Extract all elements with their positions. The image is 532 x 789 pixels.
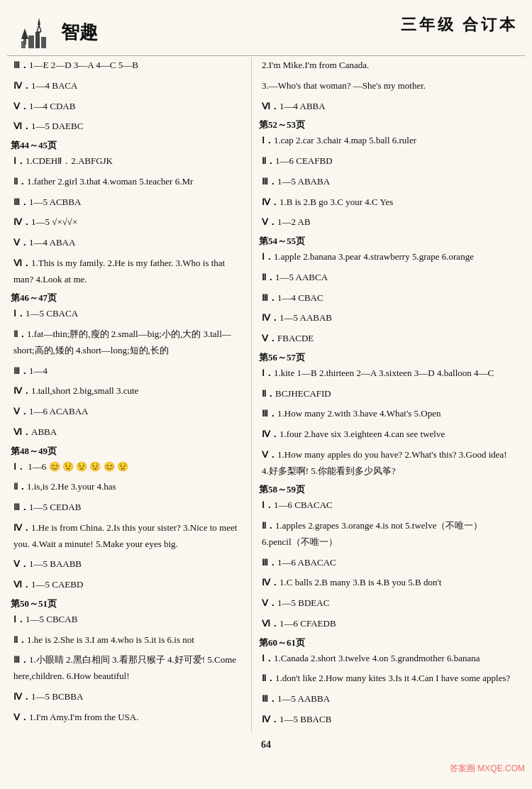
list-item: Ⅴ．1.How many apples do you have? 2.What'… [259,447,514,480]
list-item: Ⅱ．1.he is 2.She is 3.I am 4.who is 5.it … [11,632,244,649]
page-container: 智趣 三年级 合订本 Ⅲ．1—E 2—D 3—A 4—C 5—BⅣ．1—4 BA… [0,0,532,789]
list-item: Ⅵ．ABBA [11,424,244,441]
list-item: Ⅵ．1.This is my family. 2.He is my father… [11,255,244,288]
left-column: Ⅲ．1—E 2—D 3—A 4—C 5—BⅣ．1—4 BACAⅤ．1—4 CDA… [11,57,252,732]
list-item: Ⅲ．1.小眼睛 2.黑白相间 3.看那只猴子 4.好可爱! 5.Come her… [11,652,244,685]
list-item: Ⅰ．1—5 CBCAB [11,612,244,628]
list-item: 2.I'm Mike.I'm from Canada. [259,57,514,74]
list-item: Ⅳ．1.B is 2.B go 3.C your 4.C Yes [259,194,514,211]
list-item: Ⅱ．1.don't like 2.How many kites 3.Is it … [259,671,514,687]
list-item: Ⅲ．1—6 ABACAC [259,555,514,571]
header-left: 智趣 [14,14,98,50]
list-item: Ⅲ．1.How many 2.with 3.have 4.What's 5.Op… [259,406,514,422]
list-item: Ⅲ．1—5 ABABA [259,174,514,190]
book-title: 三年级 合订本 [401,16,519,33]
list-item: Ⅰ． 1—6 😊 😟 😟 😟 😊 😟 [11,459,244,475]
page-number: 64 [7,739,525,751]
list-item: Ⅱ．1.is,is 2.He 3.your 4.has [11,479,244,495]
list-item: Ⅰ．1.CDEHⅡ．2.ABFGJK [11,153,244,170]
list-item: Ⅳ．1.C balls 2.B many 3.B is 4.B you 5.B … [259,575,514,591]
header: 智趣 三年级 合订本 [7,14,525,50]
header-title: 智趣 [61,20,98,45]
list-item: 第58～59页 [259,483,514,496]
list-item: Ⅲ．1—E 2—D 3—A 4—C 5—B [11,57,244,74]
list-item: Ⅴ．FBACDE [259,331,514,347]
list-item: Ⅳ．1.He is from China. 2.Is this your sis… [11,520,244,553]
list-item: Ⅳ．1.tall,short 2.big,small 3.cute [11,383,244,399]
list-item: 第54～55页 [259,235,514,248]
list-item: Ⅰ．1—6 CBACAC [259,497,514,514]
list-item: Ⅴ．1—2 AB [259,214,514,231]
svg-line-8 [39,25,41,32]
list-item: Ⅱ．BCJHECAFID [259,386,514,402]
list-item: Ⅳ．1.four 2.have six 3.eighteen 4.can see… [259,426,514,443]
list-item: Ⅱ．1—6 CEAFBD [259,153,514,170]
list-item: 第50～51页 [11,597,244,610]
list-item: 第56～57页 [259,351,514,364]
watermark: 答案圈 MXQE.COM [450,763,525,775]
list-item: Ⅲ．1—4 CBAC [259,290,514,307]
list-item: Ⅳ．1—5 √×√√× [11,214,244,231]
list-item: Ⅲ．1—5 AABBA [259,691,514,707]
list-item: Ⅳ．1—5 AABAB [259,310,514,326]
svg-rect-2 [41,37,46,48]
list-item: Ⅲ．1—5 ACBBA [11,194,244,211]
list-item: 第46～47页 [11,292,244,304]
svg-marker-6 [38,18,40,25]
list-item: Ⅴ．1.I'm Amy.I'm from the USA. [11,710,244,726]
list-item: Ⅲ．1—5 CEDAB [11,500,244,516]
svg-line-7 [37,25,39,32]
list-item: Ⅴ．1—4 ABAA [11,235,244,251]
svg-marker-4 [21,28,28,39]
list-item: Ⅵ．1—4 ABBA [259,99,514,115]
list-item: Ⅴ．1—5 BAABB [11,556,244,573]
svg-rect-0 [28,35,34,48]
list-item: Ⅰ．1.kite 1—B 2.thirteen 2—A 3.sixteen 3—… [259,365,514,382]
logo-icon [14,14,57,50]
list-item: Ⅵ．1—5 CAEBD [11,577,244,593]
list-item: Ⅳ．1—4 BACA [11,78,244,94]
svg-rect-5 [23,39,26,45]
list-item: Ⅰ．1—5 CBACA [11,306,244,322]
list-item: Ⅴ．1—4 CDAB [11,99,244,115]
list-item: Ⅰ．1.cap 2.car 3.chair 4.map 5.ball 6.rul… [259,133,514,149]
list-item: Ⅴ．1—5 BDEAC [259,595,514,612]
list-item: Ⅱ．1.fat—thin;胖的,瘦的 2.small—big;小的,大的 3.t… [11,326,244,359]
list-item: Ⅵ．1—6 CFAEDB [259,616,514,632]
list-item: Ⅴ．1—6 ACABAA [11,404,244,420]
list-item: 第44～45页 [11,139,244,152]
list-item: Ⅱ．1.apples 2.grapes 3.orange 4.is not 5.… [259,518,514,551]
list-item: 第60～61页 [259,636,514,649]
header-right: 三年级 合订本 [401,14,519,35]
header-divider [7,55,525,56]
list-item: Ⅱ．1.father 2.girl 3.that 4.woman 5.teach… [11,174,244,190]
content-area: Ⅲ．1—E 2—D 3—A 4—C 5—BⅣ．1—4 BACAⅤ．1—4 CDA… [7,57,525,732]
list-item: Ⅰ．1.apple 2.banana 3.pear 4.strawberry 5… [259,249,514,265]
list-item: 第52～53页 [259,118,514,131]
list-item: Ⅵ．1—5 DAEBC [11,118,244,135]
list-item: Ⅳ．1—5 BBACB [259,712,514,728]
right-column: 2.I'm Mike.I'm from Canada.3.—Who's that… [252,57,514,732]
list-item: 第48～49页 [11,445,244,458]
list-item: Ⅲ．1—4 [11,363,244,380]
list-item: Ⅱ．1—5 AABCA [259,270,514,286]
list-item: 3.—Who's that woman? —She's my mother. [259,78,514,94]
list-item: Ⅰ．1.Canada 2.short 3.twelve 4.on 5.grand… [259,651,514,667]
list-item: Ⅳ．1—5 BCBBA [11,689,244,705]
svg-rect-1 [35,32,40,48]
